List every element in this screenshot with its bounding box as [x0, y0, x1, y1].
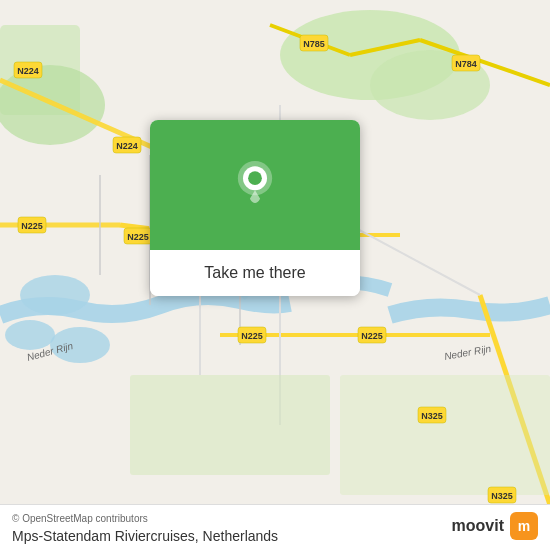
moovit-icon: m — [510, 512, 538, 540]
svg-text:N325: N325 — [421, 411, 443, 421]
location-pin-icon — [231, 161, 279, 209]
svg-text:N225: N225 — [21, 221, 43, 231]
svg-text:N325: N325 — [491, 491, 513, 501]
svg-point-52 — [248, 171, 262, 185]
svg-text:N225: N225 — [361, 331, 383, 341]
svg-text:N785: N785 — [303, 39, 325, 49]
svg-rect-27 — [340, 375, 550, 495]
map-container: N785 N784 N224 N224 N225 N225 N225 N225 … — [0, 0, 550, 550]
svg-rect-26 — [130, 375, 330, 475]
svg-text:N224: N224 — [17, 66, 39, 76]
location-card: Take me there — [150, 120, 360, 296]
svg-text:N784: N784 — [455, 59, 477, 69]
moovit-text: moovit — [452, 517, 504, 535]
bottom-bar: © OpenStreetMap contributors Mps-Statend… — [0, 504, 550, 550]
svg-text:N225: N225 — [127, 232, 149, 242]
moovit-logo: moovit m — [452, 512, 538, 540]
svg-point-5 — [20, 275, 90, 315]
card-map-area — [150, 120, 360, 250]
moovit-icon-char: m — [518, 518, 530, 534]
svg-text:N225: N225 — [241, 331, 263, 341]
svg-text:N224: N224 — [116, 141, 138, 151]
take-me-there-button[interactable]: Take me there — [150, 250, 360, 296]
